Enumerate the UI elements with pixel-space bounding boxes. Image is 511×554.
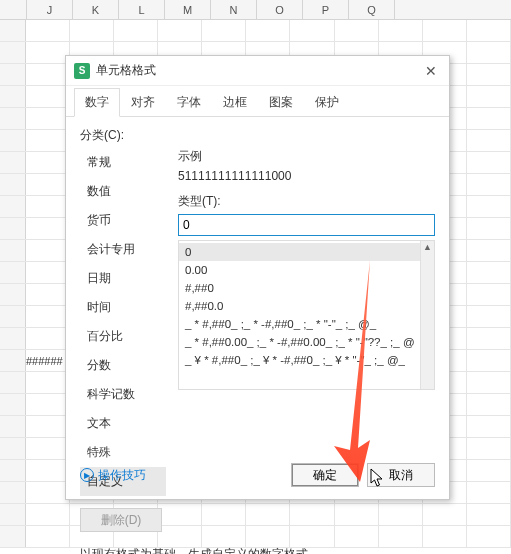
cell[interactable] [26, 86, 70, 107]
cell[interactable] [246, 20, 290, 41]
cell[interactable] [26, 328, 70, 349]
cell[interactable] [26, 416, 70, 437]
cell[interactable] [26, 42, 70, 63]
cell[interactable] [26, 526, 70, 547]
category-item[interactable]: 数值 [80, 177, 166, 206]
category-list[interactable]: 常规数值货币会计专用日期时间百分比分数科学记数文本特殊自定义 [80, 148, 166, 496]
cell[interactable] [26, 20, 70, 41]
cell[interactable] [26, 130, 70, 151]
cell[interactable] [467, 218, 511, 239]
cell[interactable] [467, 526, 511, 547]
cell[interactable] [26, 438, 70, 459]
format-item[interactable]: 0.00 [179, 261, 434, 279]
format-item[interactable]: _ * #,##0_ ;_ * -#,##0_ ;_ * "-"_ ;_ @_ [179, 315, 434, 333]
cell[interactable] [467, 284, 511, 305]
cell[interactable] [467, 350, 511, 371]
format-item[interactable]: _ * #,##0.00_ ;_ * -#,##0.00_ ;_ * "-"??… [179, 333, 434, 351]
tips-label: 操作技巧 [98, 467, 146, 484]
cell[interactable] [467, 196, 511, 217]
column-header[interactable]: Q [349, 0, 395, 19]
column-header[interactable]: P [303, 0, 349, 19]
cell[interactable] [467, 306, 511, 327]
cell[interactable] [70, 20, 114, 41]
column-header[interactable]: K [73, 0, 119, 19]
cell[interactable] [467, 262, 511, 283]
cell[interactable] [467, 174, 511, 195]
tab-5[interactable]: 保护 [304, 88, 350, 117]
cell[interactable] [26, 460, 70, 481]
tab-1[interactable]: 对齐 [120, 88, 166, 117]
column-header[interactable]: O [257, 0, 303, 19]
cell[interactable] [26, 504, 70, 525]
cell[interactable] [467, 394, 511, 415]
app-logo-icon: S [74, 63, 90, 79]
ok-button[interactable]: 确定 [291, 463, 359, 487]
cell[interactable] [202, 20, 246, 41]
category-item[interactable]: 科学记数 [80, 380, 166, 409]
cell[interactable] [467, 130, 511, 151]
tips-link[interactable]: ▶ 操作技巧 [80, 467, 146, 484]
cell[interactable] [26, 482, 70, 503]
column-header[interactable]: N [211, 0, 257, 19]
cell[interactable] [26, 284, 70, 305]
cell[interactable] [26, 64, 70, 85]
category-item[interactable]: 货币 [80, 206, 166, 235]
type-input[interactable] [178, 214, 435, 236]
cell[interactable] [158, 20, 202, 41]
cell[interactable] [26, 262, 70, 283]
cell[interactable] [290, 20, 334, 41]
tab-4[interactable]: 图案 [258, 88, 304, 117]
cell[interactable] [467, 64, 511, 85]
cell[interactable] [26, 108, 70, 129]
scroll-up-icon[interactable]: ▲ [421, 241, 434, 255]
cell[interactable] [26, 174, 70, 195]
tab-3[interactable]: 边框 [212, 88, 258, 117]
cell[interactable] [26, 152, 70, 173]
format-item[interactable]: _ ¥ * #,##0_ ;_ ¥ * -#,##0_ ;_ ¥ * "-"_ … [179, 351, 434, 369]
cell[interactable] [26, 372, 70, 393]
cell[interactable] [467, 438, 511, 459]
cell[interactable] [26, 306, 70, 327]
cell[interactable] [379, 20, 423, 41]
cell[interactable] [467, 460, 511, 481]
cancel-button[interactable]: 取消 [367, 463, 435, 487]
cell[interactable] [467, 416, 511, 437]
cell[interactable] [467, 20, 511, 41]
cell[interactable] [467, 328, 511, 349]
cell[interactable] [26, 218, 70, 239]
format-item[interactable]: #,##0.0 [179, 297, 434, 315]
format-list[interactable]: 00.00#,##0#,##0.0_ * #,##0_ ;_ * -#,##0_… [178, 240, 435, 390]
format-item[interactable]: 0 [179, 243, 434, 261]
category-item[interactable]: 常规 [80, 148, 166, 177]
cell[interactable] [467, 152, 511, 173]
close-icon[interactable]: ✕ [419, 59, 443, 83]
cell[interactable] [26, 240, 70, 261]
tab-2[interactable]: 字体 [166, 88, 212, 117]
category-item[interactable]: 百分比 [80, 322, 166, 351]
scrollbar[interactable]: ▲ [420, 241, 434, 389]
cell[interactable]: ###### [26, 350, 70, 371]
cell[interactable] [467, 108, 511, 129]
cell[interactable] [26, 394, 70, 415]
category-item[interactable]: 时间 [80, 293, 166, 322]
cell[interactable] [467, 42, 511, 63]
cell[interactable] [114, 20, 158, 41]
cell[interactable] [467, 86, 511, 107]
column-header[interactable]: M [165, 0, 211, 19]
cell[interactable] [26, 196, 70, 217]
category-label: 分类(C): [80, 127, 435, 144]
cell[interactable] [467, 482, 511, 503]
tab-0[interactable]: 数字 [74, 88, 120, 117]
cell[interactable] [467, 504, 511, 525]
cell[interactable] [335, 20, 379, 41]
category-item[interactable]: 日期 [80, 264, 166, 293]
format-item[interactable]: #,##0 [179, 279, 434, 297]
category-item[interactable]: 分数 [80, 351, 166, 380]
category-item[interactable]: 会计专用 [80, 235, 166, 264]
category-item[interactable]: 文本 [80, 409, 166, 438]
cell[interactable] [467, 372, 511, 393]
column-header[interactable]: J [27, 0, 73, 19]
cell[interactable] [467, 240, 511, 261]
column-header[interactable]: L [119, 0, 165, 19]
cell[interactable] [423, 20, 467, 41]
